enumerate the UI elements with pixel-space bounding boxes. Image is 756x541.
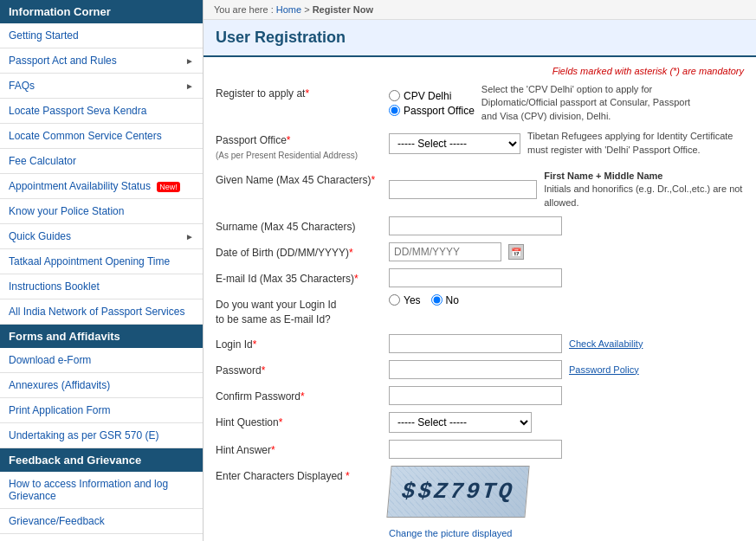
confirm-password-label: Confirm Password* — [216, 386, 389, 404]
chevron-right-icon: ► — [185, 81, 194, 91]
passport-office-hint: Tibetan Refugees applying for Identity C… — [527, 130, 744, 157]
yes-radio[interactable] — [389, 294, 400, 306]
passport-office-select[interactable]: ----- Select ----- — [389, 133, 520, 154]
page-title: User Registration — [204, 20, 756, 57]
sidebar-item-download-eform[interactable]: Download e-Form — [0, 348, 203, 373]
login-same-email-label: Do you want your Login Id to be same as … — [216, 294, 389, 327]
captcha-text: $$Z79TQ — [401, 479, 516, 505]
register-at-row: Register to apply at* CPV Delhi Passport… — [216, 83, 744, 123]
given-name-hint: First Name + Middle Name Initials and ho… — [544, 170, 744, 209]
email-input[interactable] — [389, 268, 562, 287]
hint-answer-row: Hint Answer* — [216, 440, 744, 459]
sidebar-item-fee-calculator[interactable]: Fee Calculator — [0, 149, 203, 174]
hint-answer-label: Hint Answer* — [216, 440, 389, 458]
dob-input-area: 📅 — [389, 242, 744, 261]
sidebar-item-print-application[interactable]: Print Application Form — [0, 398, 203, 423]
given-name-hint-title: First Name + Middle Name — [544, 171, 662, 181]
no-radio[interactable] — [431, 294, 443, 306]
given-name-input[interactable] — [389, 180, 537, 199]
main-content: You are here : Home > Register Now User … — [204, 0, 756, 541]
sidebar-item-appointment-status[interactable]: Appointment Availability Status New! — [0, 174, 203, 199]
login-same-email-row: Do you want your Login Id to be same as … — [216, 294, 744, 327]
sidebar-item-undertaking[interactable]: Undertaking as per GSR 570 (E) — [0, 423, 203, 448]
sidebar-item-label: Locate Common Service Centers — [9, 130, 162, 142]
sidebar-item-quick-guides[interactable]: Quick Guides ► — [0, 224, 203, 249]
surname-label: Surname (Max 45 Characters) — [216, 216, 389, 235]
password-row: Password* Password Policy — [216, 360, 744, 379]
sidebar-item-label: Locate Passport Seva Kendra — [9, 105, 146, 117]
confirm-password-input-area — [389, 386, 744, 405]
chevron-right-icon: ► — [185, 232, 194, 242]
sidebar-item-all-india[interactable]: All India Network of Passport Services — [0, 299, 203, 325]
home-link[interactable]: Home — [276, 4, 301, 15]
hint-question-select[interactable]: ----- Select ----- — [389, 412, 532, 433]
no-label: No — [446, 294, 459, 306]
chevron-right-icon: ► — [185, 56, 194, 66]
sidebar-item-tatkaal[interactable]: Tatkaal Appointment Opening Time — [0, 249, 203, 274]
sidebar-item-locate-csc[interactable]: Locate Common Service Centers — [0, 124, 203, 149]
new-badge: New! — [157, 182, 180, 192]
registration-form: Fields marked with asterisk (*) are mand… — [204, 57, 756, 541]
calendar-icon[interactable]: 📅 — [508, 244, 524, 260]
sidebar-item-label: Quick Guides — [9, 230, 71, 242]
login-same-email-options: Yes No — [389, 294, 744, 306]
password-input[interactable] — [389, 360, 562, 379]
hint-answer-input[interactable] — [389, 440, 562, 459]
sidebar-item-label: Grievance/Feedback — [9, 515, 105, 527]
current-page-label: Register Now — [313, 4, 373, 15]
check-availability-link[interactable]: Check Availability — [569, 338, 643, 349]
login-id-row: Login Id* Check Availability — [216, 334, 744, 353]
surname-input[interactable] — [389, 216, 562, 235]
passport-office-option[interactable]: Passport Office — [389, 105, 475, 117]
no-option[interactable]: No — [431, 294, 459, 306]
passport-office-radio[interactable] — [389, 105, 400, 116]
register-at-radio-group: CPV Delhi Passport Office — [389, 90, 475, 117]
sidebar-item-label: Appointment Availability Status New! — [9, 180, 180, 192]
dob-input[interactable] — [389, 242, 501, 261]
cpv-delhi-option[interactable]: CPV Delhi — [389, 90, 475, 102]
given-name-label: Given Name (Max 45 Characters)* — [216, 170, 389, 188]
sidebar-item-label: Know your Police Station — [9, 205, 124, 217]
sidebar-item-grievance[interactable]: Grievance/Feedback — [0, 509, 203, 534]
sidebar-item-how-to-access[interactable]: How to access Information and log Grieva… — [0, 472, 203, 509]
info-corner-header: Information Corner — [0, 0, 203, 23]
sidebar-item-label: Fee Calculator — [9, 155, 76, 167]
mandatory-note: Fields marked with asterisk (*) are mand… — [216, 66, 744, 76]
sidebar-item-label: Tatkaal Appointment Opening Time — [9, 255, 170, 267]
given-name-row: Given Name (Max 45 Characters)* First Na… — [216, 170, 744, 209]
login-id-input-area: Check Availability — [389, 334, 744, 353]
given-name-input-area: First Name + Middle Name Initials and ho… — [389, 170, 744, 209]
sidebar-item-annexures[interactable]: Annexures (Affidavits) — [0, 373, 203, 398]
captcha-row: Enter Characters Displayed * $$Z79TQ Cha… — [216, 466, 744, 541]
sidebar-item-label: FAQs — [9, 80, 35, 92]
sidebar-item-locate-kendra[interactable]: Locate Passport Seva Kendra — [0, 99, 203, 124]
login-id-label: Login Id* — [216, 334, 389, 352]
sidebar-item-getting-started[interactable]: Getting Started — [0, 23, 203, 48]
password-policy-link[interactable]: Password Policy — [569, 364, 639, 375]
yes-label: Yes — [404, 294, 421, 306]
sidebar-item-label: All India Network of Passport Services — [9, 306, 184, 318]
sidebar-item-passport-act[interactable]: Passport Act and Rules ► — [0, 48, 203, 74]
dob-row: Date of Birth (DD/MM/YYYY)* 📅 — [216, 242, 744, 261]
hint-question-row: Hint Question* ----- Select ----- — [216, 412, 744, 433]
feedback-header: Feedback and Grievance — [0, 448, 203, 472]
sidebar-item-label: Getting Started — [9, 29, 79, 42]
surname-row: Surname (Max 45 Characters) — [216, 216, 744, 235]
yes-option[interactable]: Yes — [389, 294, 421, 306]
captcha-image: $$Z79TQ — [386, 466, 529, 518]
register-at-options: CPV Delhi Passport Office Select the 'CP… — [389, 83, 744, 123]
passport-office-label: Passport Office* (As per Present Residen… — [216, 130, 389, 163]
sidebar-item-faqs[interactable]: FAQs ► — [0, 74, 203, 99]
sidebar-item-police-station[interactable]: Know your Police Station — [0, 199, 203, 224]
forms-header: Forms and Affidavits — [0, 325, 203, 348]
login-id-input[interactable] — [389, 334, 562, 353]
confirm-password-input[interactable] — [389, 386, 562, 405]
passport-office-row: Passport Office* (As per Present Residen… — [216, 130, 744, 163]
hint-question-input-area: ----- Select ----- — [389, 412, 744, 433]
change-picture-link[interactable]: Change the picture displayed — [389, 528, 512, 538]
passport-office-input-area: ----- Select ----- Tibetan Refugees appl… — [389, 130, 744, 157]
sidebar-item-instructions[interactable]: Instructions Booklet — [0, 274, 203, 299]
cpv-delhi-radio[interactable] — [389, 90, 400, 101]
sidebar-item-label: Print Application Form — [9, 404, 110, 416]
passport-office-sublabel: (As per Present Residential Address) — [216, 151, 358, 160]
